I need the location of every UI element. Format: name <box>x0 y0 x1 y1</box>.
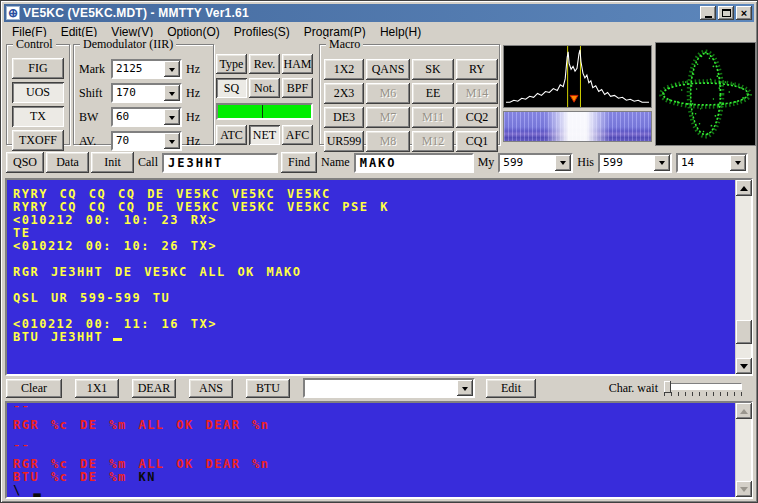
shift-combo[interactable]: 170 <box>111 83 182 103</box>
macro-button-qans[interactable]: QANS <box>366 59 410 80</box>
fig-toggle-button[interactable]: FIG <box>12 58 64 79</box>
squelch-threshold-marker[interactable] <box>262 105 263 118</box>
macro-button-cq1[interactable]: CQ1 <box>456 131 498 152</box>
call-input[interactable]: JE3HHT <box>162 153 278 173</box>
tx-scrollbar[interactable] <box>735 403 751 497</box>
qso-button[interactable]: QSO <box>6 152 44 173</box>
macro-button-m8: M8 <box>366 131 410 152</box>
scroll-up-button[interactable] <box>736 403 752 419</box>
close-button[interactable]: × <box>736 6 752 20</box>
av-value: 70 <box>113 133 164 149</box>
rx-scrollbar[interactable] <box>735 180 751 374</box>
bw-combo[interactable]: 60 <box>111 107 182 127</box>
tx-text-segment: KN <box>138 470 155 484</box>
macro-button-ee[interactable]: EE <box>412 83 454 104</box>
data-button[interactable]: Data <box>46 152 89 173</box>
slider-thumb[interactable] <box>664 381 671 393</box>
macro-button-2x3[interactable]: 2X3 <box>324 83 364 104</box>
chevron-down-icon[interactable] <box>457 380 473 396</box>
scrollbar-thumb[interactable] <box>736 320 752 344</box>
clear-button[interactable]: Clear <box>6 379 62 398</box>
atc-toggle-button[interactable]: ATC <box>216 125 247 145</box>
tx-line <box>13 432 735 445</box>
shift-label: Shift <box>79 86 107 101</box>
init-button[interactable]: Init <box>91 152 134 173</box>
band-value: 14 <box>678 155 730 171</box>
macro-1x1-button[interactable]: 1X1 <box>75 379 119 398</box>
macro-button-m6: M6 <box>366 83 410 104</box>
band-combo[interactable]: 14 <box>676 153 748 173</box>
macro-button-cq2[interactable]: CQ2 <box>456 107 498 128</box>
tx-text-area[interactable]: ¯¯RGR %c DE %m ALL OK DEAR %n ¯¯RGR %c D… <box>7 403 735 497</box>
macro-dear-button[interactable]: DEAR <box>132 379 176 398</box>
not-toggle-button[interactable]: Not. <box>249 78 280 98</box>
tx-toggle-button[interactable]: TX <box>12 106 64 127</box>
chevron-down-icon[interactable] <box>164 85 180 101</box>
fft-spectrum-display[interactable] <box>503 45 652 108</box>
qso-bar: QSO Data Init Call JE3HHT Find Name MAKO… <box>4 148 754 177</box>
uos-toggle-button[interactable]: UOS <box>12 82 64 103</box>
rx-line: <010212 00: 11: 16 TX> <box>13 318 735 331</box>
sq-toggle-button[interactable]: SQ <box>216 78 247 98</box>
minimize-button[interactable] <box>700 6 716 20</box>
chevron-down-icon[interactable] <box>555 155 571 171</box>
title-bar[interactable]: ⊕ VE5KC (VE5KC.MDT) - MMTTY Ver1.61 × <box>4 4 754 22</box>
his-rst-value: 599 <box>600 155 654 171</box>
macro-button-m14: M14 <box>456 83 498 104</box>
net-toggle-button[interactable]: NET <box>249 125 280 145</box>
chevron-down-icon[interactable] <box>164 61 180 77</box>
slider-groove[interactable] <box>664 383 742 390</box>
hz-unit-label: Hz <box>186 110 200 125</box>
char-wait-slider[interactable] <box>664 381 742 396</box>
rev-toggle-button[interactable]: Rev. <box>249 54 280 74</box>
his-rst-combo[interactable]: 599 <box>598 153 672 173</box>
type-toggle-button[interactable]: Type <box>216 54 247 74</box>
chevron-down-icon[interactable] <box>164 133 180 149</box>
demod-row-shift: Shift170Hz <box>79 83 213 103</box>
hz-unit-label: Hz <box>186 134 200 149</box>
find-button[interactable]: Find <box>281 152 317 173</box>
name-input[interactable]: MAKO <box>354 153 474 173</box>
macro-ans-button[interactable]: ANS <box>189 379 233 398</box>
maximize-button[interactable] <box>718 6 734 20</box>
chevron-down-icon[interactable] <box>730 155 746 171</box>
scroll-down-button[interactable] <box>736 358 752 374</box>
macro-button-ry[interactable]: RY <box>456 59 498 80</box>
chevron-down-icon[interactable] <box>164 109 180 125</box>
chevron-down-icon[interactable] <box>654 155 670 171</box>
bpf-toggle-button[interactable]: BPF <box>282 78 313 98</box>
menu-item-help-h[interactable]: Help(H) <box>373 24 428 40</box>
close-icon: × <box>741 8 747 19</box>
minimize-icon <box>705 16 712 18</box>
tx-text-segment: \ ▂ <box>13 483 42 497</box>
macro-select-combo[interactable] <box>303 378 475 398</box>
waterfall-display[interactable] <box>503 111 652 142</box>
tuning-marker-icon <box>570 95 578 102</box>
macro-button-1x2[interactable]: 1X2 <box>324 59 364 80</box>
rx-window[interactable]: RYRY CQ CQ CQ DE VE5KC VE5KC VE5KCRYRY C… <box>5 178 753 376</box>
arrow-down-icon <box>740 364 748 373</box>
my-rst-combo[interactable]: 599 <box>498 153 573 173</box>
scroll-up-button[interactable] <box>736 180 752 196</box>
rx-text-area[interactable]: RYRY CQ CQ CQ DE VE5KC VE5KC VE5KCRYRY C… <box>7 180 735 374</box>
edit-button[interactable]: Edit <box>486 379 536 398</box>
squelch-level-bar[interactable] <box>216 103 313 120</box>
macro-button-sk[interactable]: SK <box>412 59 454 80</box>
hz-unit-label: Hz <box>186 62 200 77</box>
xy-tuning-scope <box>655 42 756 146</box>
txoff-toggle-button[interactable]: TXOFF <box>12 130 64 151</box>
macro-button-de3[interactable]: DE3 <box>324 107 364 128</box>
menu-item-profiles-s[interactable]: Profiles(S) <box>227 24 297 40</box>
tx-window[interactable]: ¯¯RGR %c DE %m ALL OK DEAR %n ¯¯RGR %c D… <box>5 401 753 499</box>
ham-toggle-button[interactable]: HAM <box>282 54 313 74</box>
av-combo[interactable]: 70 <box>111 131 182 151</box>
afc-toggle-button[interactable]: AFC <box>282 125 313 145</box>
macro-button-m11: M11 <box>412 107 454 128</box>
macro-combo-value <box>305 380 457 396</box>
maximize-icon <box>722 9 731 17</box>
macro-btu-button[interactable]: BTU <box>246 379 290 398</box>
mark-combo[interactable]: 2125 <box>111 59 182 79</box>
tx-text-segment: RGR %c DE %m ALL OK DEAR %n <box>13 457 270 471</box>
scroll-down-button[interactable] <box>736 481 752 497</box>
macro-button-ur599[interactable]: UR599 <box>324 131 364 152</box>
